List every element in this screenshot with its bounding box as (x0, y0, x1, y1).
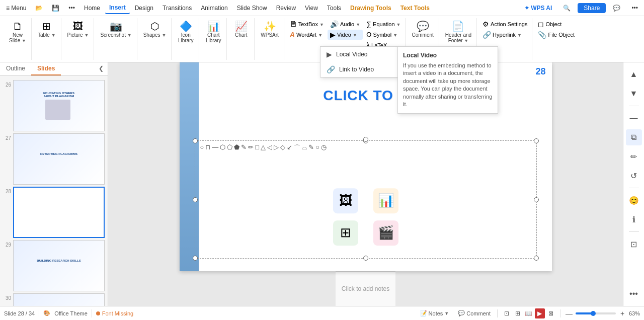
table-btn[interactable]: ⊞ Table ▼ (35, 19, 59, 40)
menu-view[interactable]: View (301, 3, 322, 14)
zoom-slider-fill (576, 312, 592, 314)
object-btn[interactable]: ◻ Object (535, 19, 577, 29)
notes-area[interactable]: Click to add notes (336, 271, 395, 306)
menu-tools[interactable]: Tools (323, 3, 345, 14)
handle-bl[interactable] (193, 256, 198, 261)
menu-more[interactable]: ••• (64, 3, 79, 14)
sidebar-crop-btn[interactable]: ⊡ (626, 236, 642, 252)
zoom-slider-thumb[interactable] (591, 311, 596, 316)
action-settings-btn[interactable]: ⚙ Action Settings (480, 19, 530, 29)
comments-btn[interactable]: 💬 (609, 3, 624, 14)
search-btn[interactable]: 🔍 (559, 3, 575, 14)
menu-transitions[interactable]: Transitions (158, 3, 196, 14)
comment-btn[interactable]: 💬 Comment (409, 19, 436, 40)
menu-open[interactable]: 📂 (31, 3, 47, 14)
menu-design[interactable]: Design (131, 3, 157, 14)
handle-br[interactable] (534, 256, 539, 261)
list-item[interactable]: 26 EDUCATING OTHERSABOUT PLAGIARISM (2, 80, 106, 131)
slide-number-label: 28 (2, 187, 11, 194)
zoom-out-btn[interactable]: — (565, 309, 574, 318)
handle-ml[interactable] (193, 197, 198, 202)
sidebar-scroll-up-btn[interactable]: ▲ (626, 66, 642, 83)
sidebar-more-btn[interactable]: ••• (626, 286, 642, 302)
grid-view-btn[interactable]: ⊞ (513, 308, 523, 318)
comment-status-btn[interactable]: 💬 Comment (455, 309, 493, 317)
shapes-btn[interactable]: ⬡ Shapes ▼ (140, 19, 170, 40)
insert-video-icon[interactable]: 🎬 (373, 220, 398, 246)
ribbon-group-shapes: ⬡ Shapes ▼ (138, 18, 172, 60)
list-item[interactable]: 30 PEER REVIEW ANDCOLLABORATION (2, 293, 106, 306)
file-object-btn[interactable]: 📎 File Object (535, 30, 577, 40)
menu-insert[interactable]: Insert (105, 2, 130, 14)
font-missing-dot (96, 311, 100, 315)
handle-tl[interactable] (193, 138, 198, 143)
menu-text-tools[interactable]: Text Tools (396, 3, 434, 14)
menu-drawing-tools[interactable]: Drawing Tools (346, 3, 395, 14)
new-slide-btn[interactable]: 🗋 NewSlide ▼ (6, 19, 29, 45)
equation-btn[interactable]: ∑ Equation ▼ (364, 19, 403, 29)
share-btn[interactable]: Share (578, 3, 606, 13)
textbox-btn[interactable]: 🖹 TextBox ▼ (287, 19, 327, 29)
screenshot-btn[interactable]: 📷 Screenshot ▼ (97, 19, 134, 40)
shapes-icon: ⬡ (150, 21, 159, 31)
menu-save[interactable]: 💾 (48, 3, 63, 14)
sidebar-minus-btn[interactable]: — (626, 110, 642, 126)
symbol-btn[interactable]: Ω Symbol ▼ (364, 30, 403, 40)
menu-slideshow[interactable]: Slide Show (233, 3, 271, 14)
rotate-handle[interactable] (363, 137, 368, 142)
selection-box[interactable]: ○ ⊓ — ⬡ ⬠ ⬟ ✎ ✏ □ △ ◁ ▷ ◇ ↙ ⌒ ⌓ ✎ (195, 140, 537, 259)
insert-chart-icon[interactable]: 📊 (373, 188, 398, 213)
wpsart-btn[interactable]: ✨ WPSArt (258, 19, 282, 40)
menu-animation[interactable]: Animation (197, 3, 231, 14)
insert-image-icon[interactable]: 🖼 (333, 188, 358, 213)
present-view-btn[interactable]: ▶ (535, 308, 545, 318)
chart-library-btn[interactable]: 📊 ChartLibrary (202, 19, 224, 45)
sidebar-undo-btn[interactable]: ↺ (626, 168, 642, 184)
audio-btn[interactable]: 🔊 Audio ▼ (328, 19, 363, 29)
list-item[interactable]: 27 DETECTING PLAGIARIMS (2, 133, 106, 185)
picture-btn[interactable]: 🖼 Picture ▼ (64, 19, 92, 40)
wordart-btn[interactable]: A WordArt ▼ (287, 30, 327, 40)
more-options-btn[interactable]: ••• (627, 3, 642, 14)
tab-slides[interactable]: Slides (31, 62, 61, 75)
handle-mr[interactable] (534, 197, 539, 202)
tab-outline[interactable]: Outline (0, 62, 31, 75)
slide-thumbnail-29[interactable]: BUILDING RESEARCH SKILLS (13, 240, 105, 291)
header-footer-btn[interactable]: 📄 Header andFooter ▼ (442, 19, 474, 45)
normal-view-btn[interactable]: ⊡ (502, 308, 512, 318)
zoom-slider[interactable] (576, 312, 616, 314)
hyperlink-btn[interactable]: 🔗 Hyperlink ▼ (480, 30, 530, 40)
menu-review[interactable]: Review (272, 3, 300, 14)
sidebar-scroll-down-btn[interactable]: ▼ (626, 86, 642, 102)
menu-home[interactable]: Home (80, 3, 104, 14)
font-missing-indicator: Font Missing (96, 310, 133, 316)
slide-thumbnail-30[interactable]: PEER REVIEW ANDCOLLABORATION (13, 293, 105, 306)
sidebar-layers-btn[interactable]: ⧉ (626, 129, 642, 145)
sidebar-edit-btn[interactable]: ✏ (626, 148, 642, 165)
sidebar-face-btn[interactable]: 😊 (626, 192, 642, 208)
handle-bm[interactable] (363, 256, 368, 261)
fit-view-btn[interactable]: ⊠ (546, 308, 556, 318)
slide-thumbnail-28[interactable] (13, 187, 105, 238)
font-missing-label: Font Missing (102, 310, 133, 316)
list-item[interactable]: 29 BUILDING RESEARCH SKILLS (2, 240, 106, 291)
menu-hamburger[interactable]: ≡ Menu (2, 3, 30, 14)
slide-thumbnail-27[interactable]: DETECTING PLAGIARIMS (13, 133, 105, 185)
link-to-video-item[interactable]: 🔗 Link to Video (320, 62, 397, 77)
insert-table-icon[interactable]: ⊞ (333, 220, 358, 246)
reading-view-btn[interactable]: 📖 (524, 308, 534, 318)
handle-tr[interactable] (534, 138, 539, 143)
chart-btn[interactable]: 📈 Chart (230, 19, 252, 40)
slide-thumbnail-26[interactable]: EDUCATING OTHERSABOUT PLAGIARISM (13, 80, 105, 131)
local-video-item[interactable]: ▶ Local Video (320, 47, 397, 62)
sidebar-info-btn[interactable]: ℹ (626, 211, 642, 227)
notes-btn[interactable]: 📝 Notes ▼ (418, 309, 452, 317)
icon-library-btn[interactable]: 🔷 IconLibrary (175, 19, 197, 45)
slide-thumb-content-27: DETECTING PLAGIARIMS (14, 134, 104, 184)
file-object-icon: 📎 (538, 31, 546, 39)
zoom-in-btn[interactable]: + (618, 309, 627, 318)
list-item[interactable]: 28 (2, 187, 106, 238)
video-btn[interactable]: ▶ Video ▼ (328, 30, 363, 40)
panel-collapse-btn[interactable]: ❮ (95, 62, 108, 75)
wps-ai-btn[interactable]: ✦ WPS AI (520, 3, 556, 14)
